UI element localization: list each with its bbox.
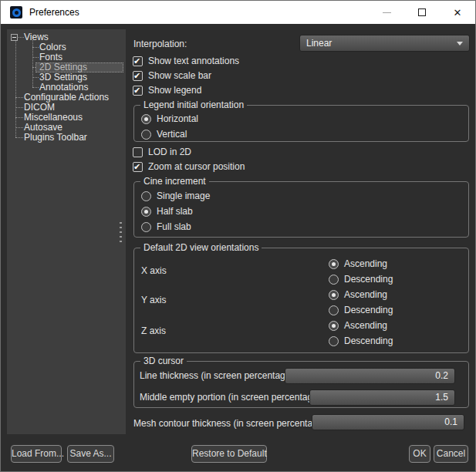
settings-tree: Views Colors Fonts 2D Settings 3D Settin… <box>7 29 126 434</box>
radio-label: Horizontal <box>157 113 198 124</box>
group-title: Legend initial orientation <box>140 100 247 110</box>
middle-empty-portion-value: 1.5 <box>435 392 448 403</box>
mesh-contour-thickness-input[interactable]: 0.1 <box>312 414 464 430</box>
radio-icon <box>141 130 151 140</box>
radio-selected-icon <box>141 114 151 124</box>
lod-in-2d-checkbox[interactable]: LOD in 2D <box>133 147 191 157</box>
x-axis-descending-radio[interactable]: Descending <box>329 274 393 285</box>
middle-empty-portion-label: Middle empty portion (in screen percenta… <box>140 392 323 403</box>
checkbox-label: Zoom at cursor position <box>148 161 245 172</box>
window-title: Preferences <box>29 7 79 18</box>
checkbox-label: Show text annotations <box>148 56 239 66</box>
group-title: 3D cursor <box>140 356 187 366</box>
legend-horizontal-radio[interactable]: Horizontal <box>141 113 198 124</box>
group-title: Default 2D view orientations <box>140 243 262 253</box>
titlebar: Preferences ✕ <box>1 1 475 24</box>
checkbox-checked-icon: ✔ <box>133 86 143 96</box>
maximize-button[interactable] <box>404 1 440 24</box>
line-thickness-input[interactable]: 0.2 <box>285 368 455 384</box>
close-button[interactable]: ✕ <box>440 1 475 24</box>
tree-item-label: Plugins Toolbar <box>24 133 87 143</box>
tree-collapse-icon[interactable] <box>11 34 18 41</box>
show-scale-bar-checkbox[interactable]: ✔ Show scale bar <box>133 70 211 81</box>
cancel-button[interactable]: Cancel <box>434 445 468 463</box>
radio-label: Descending <box>344 335 393 346</box>
dialog-content: Views Colors Fonts 2D Settings 3D Settin… <box>1 24 475 471</box>
window-controls: ✕ <box>369 1 475 24</box>
line-thickness-label: Line thickness (in screen percentage): <box>140 370 296 381</box>
cine-single-image-radio[interactable]: Single image <box>141 190 210 201</box>
middle-empty-portion-input[interactable]: 1.5 <box>309 389 455 406</box>
radio-label: Descending <box>344 274 393 285</box>
line-thickness-value: 0.2 <box>435 370 448 381</box>
restore-to-default-button[interactable]: Restore to Default <box>191 445 267 463</box>
legend-vertical-radio[interactable]: Vertical <box>141 129 187 140</box>
radio-label: Ascending <box>344 320 387 331</box>
minus-icon <box>12 37 16 38</box>
minimize-icon <box>383 12 391 13</box>
z-axis-label: Z axis <box>141 325 166 336</box>
cine-half-slab-radio[interactable]: Half slab <box>141 206 193 217</box>
checkbox-checked-icon: ✔ <box>133 56 143 66</box>
z-axis-ascending-radio[interactable]: Ascending <box>329 320 387 331</box>
radio-selected-icon <box>329 290 339 300</box>
x-axis-ascending-radio[interactable]: Ascending <box>329 258 387 269</box>
radio-selected-icon <box>329 259 339 269</box>
checkbox-label: LOD in 2D <box>148 147 191 157</box>
radio-label: Ascending <box>344 258 387 269</box>
app-logo-ring-icon <box>12 8 21 17</box>
interpolation-value: Linear <box>306 38 332 49</box>
close-icon: ✕ <box>454 8 462 18</box>
radio-label: Descending <box>344 305 393 315</box>
cine-full-slab-radio[interactable]: Full slab <box>141 221 191 232</box>
show-text-annotations-checkbox[interactable]: ✔ Show text annotations <box>133 56 239 66</box>
tree-item-plugins-toolbar[interactable]: Plugins Toolbar <box>7 133 126 143</box>
checkbox-checked-icon: ✔ <box>133 71 143 81</box>
radio-label: Vertical <box>157 129 187 140</box>
maximize-icon <box>418 8 426 16</box>
radio-icon <box>329 305 339 315</box>
radio-icon <box>329 336 339 346</box>
checkbox-unchecked-icon <box>133 147 143 157</box>
checkbox-label: Show scale bar <box>148 70 211 81</box>
sidebar-splitter[interactable] <box>120 222 122 244</box>
mesh-contour-thickness-label: Mesh contour thickness (in screen percen… <box>133 418 329 429</box>
interpolation-select[interactable]: Linear <box>299 35 470 52</box>
tree-item-views[interactable]: Views <box>7 32 126 42</box>
checkbox-label: Show legend <box>148 85 201 96</box>
radio-icon <box>141 191 151 201</box>
show-legend-checkbox[interactable]: ✔ Show legend <box>133 85 201 96</box>
y-axis-label: Y axis <box>141 295 166 305</box>
radio-selected-icon <box>141 207 151 217</box>
radio-label: Full slab <box>157 221 191 232</box>
app-icon <box>10 6 22 19</box>
radio-selected-icon <box>329 321 339 331</box>
chevron-down-icon <box>457 42 463 46</box>
mesh-contour-thickness-value: 0.1 <box>444 416 457 427</box>
radio-icon <box>329 275 339 285</box>
radio-label: Ascending <box>344 289 387 300</box>
checkbox-checked-icon: ✔ <box>133 162 143 172</box>
interpolation-label: Interpolation: <box>133 39 187 49</box>
radio-label: Half slab <box>157 206 193 217</box>
save-as-button[interactable]: Save As... <box>67 445 114 463</box>
radio-icon <box>141 222 151 232</box>
minimize-button[interactable] <box>369 1 404 24</box>
radio-label: Single image <box>157 190 210 201</box>
y-axis-descending-radio[interactable]: Descending <box>329 305 393 315</box>
group-title: Cine increment <box>140 177 209 187</box>
y-axis-ascending-radio[interactable]: Ascending <box>329 289 387 300</box>
tree-item-colors[interactable]: Colors <box>7 42 126 52</box>
ok-button[interactable]: OK <box>409 445 430 463</box>
x-axis-label: X axis <box>141 265 167 276</box>
preferences-window: Preferences ✕ Views Colors <box>0 0 476 472</box>
load-from-button[interactable]: Load From... <box>11 445 62 463</box>
view-orientations-group: Default 2D view orientations <box>133 248 469 353</box>
z-axis-descending-radio[interactable]: Descending <box>329 335 393 346</box>
zoom-at-cursor-checkbox[interactable]: ✔ Zoom at cursor position <box>133 161 245 172</box>
